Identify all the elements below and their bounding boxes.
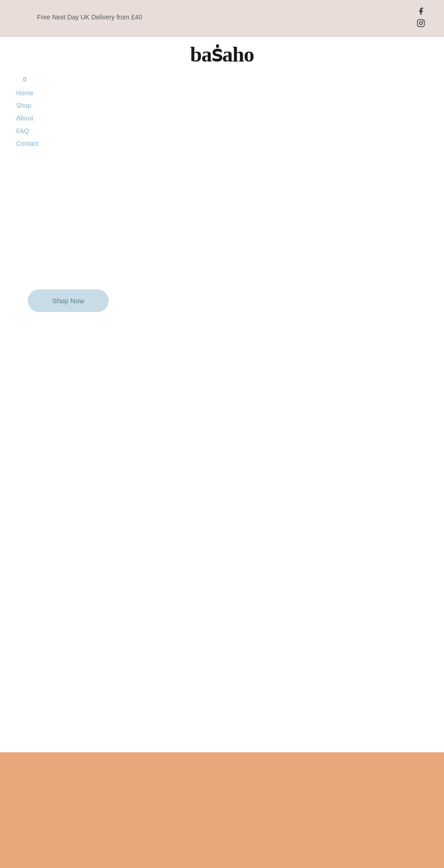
nav-item-shop[interactable]: Shop <box>16 100 444 112</box>
shop-now-button[interactable]: Shop Now <box>28 289 109 312</box>
nav-link-home[interactable]: Home <box>16 89 33 97</box>
nav-link-contact[interactable]: Contact <box>16 140 38 147</box>
instagram-link[interactable] <box>416 19 426 28</box>
header: baṡaho <box>0 37 444 69</box>
social-links <box>416 6 435 28</box>
nav-item-home[interactable]: Home <box>16 87 444 99</box>
hero-image-block <box>0 752 444 868</box>
nav-item-about[interactable]: About <box>16 112 444 124</box>
navigation: 0 Home Shop About FAQ Contact <box>0 69 444 150</box>
nav-item-contact[interactable]: Contact <box>16 138 444 150</box>
nav-item-faq[interactable]: FAQ <box>16 125 444 137</box>
instagram-icon <box>416 19 426 28</box>
hero-spacer <box>0 312 444 405</box>
facebook-link[interactable] <box>416 6 426 16</box>
svg-rect-0 <box>418 20 425 27</box>
facebook-icon <box>416 6 426 16</box>
nav-menu: Home Shop About FAQ Contact <box>9 85 444 150</box>
svg-point-1 <box>419 22 422 25</box>
hero-section: Shop Now <box>0 150 444 475</box>
announcement-bar: Free Next Day UK Delivery from £40 <box>0 0 444 37</box>
svg-point-2 <box>423 21 423 22</box>
nav-link-shop[interactable]: Shop <box>16 102 31 109</box>
announcement-text: Free Next Day UK Delivery from £40 <box>9 13 142 21</box>
nav-link-about[interactable]: About <box>16 114 33 122</box>
cart-count: 0 <box>23 76 26 83</box>
site-logo[interactable]: baṡaho <box>190 42 254 67</box>
cart-area[interactable]: 0 <box>9 74 444 85</box>
nav-link-faq[interactable]: FAQ <box>16 127 29 135</box>
